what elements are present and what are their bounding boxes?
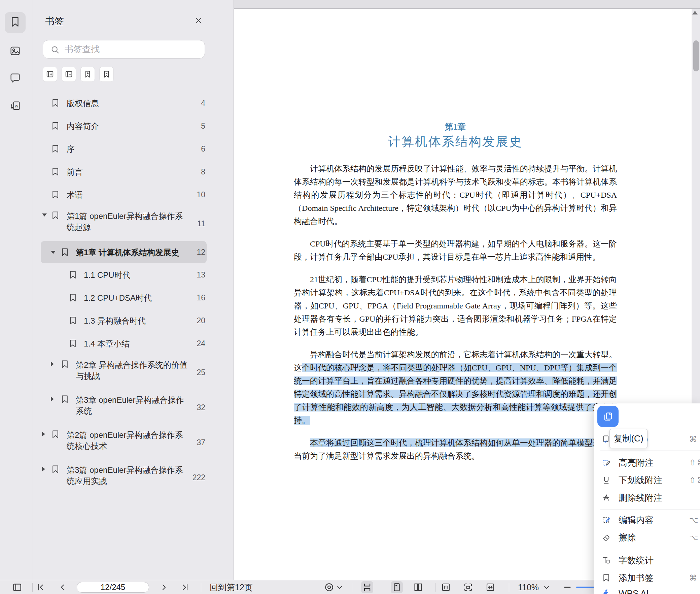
eye-icon — [324, 582, 335, 593]
chevron-collapsed-icon[interactable] — [42, 432, 45, 436]
thumbnails-panel-button[interactable] — [5, 41, 26, 62]
chapter-number: 第1章 — [294, 122, 617, 132]
bookmark-item[interactable]: 版权信息4 — [33, 92, 234, 114]
bookmark-item[interactable]: 1.4 本章小结24 — [33, 332, 234, 355]
bookmark-item[interactable]: 1.1 CPU时代13 — [33, 263, 234, 286]
fit-page-button[interactable] — [441, 582, 451, 592]
bookmark-icon — [68, 270, 77, 279]
bookmark-icon — [51, 465, 60, 474]
first-page-icon — [36, 583, 46, 592]
read-mode-button[interactable] — [324, 582, 343, 593]
scroll-up-arrow-icon[interactable] — [692, 11, 698, 14]
wps-ai-icon — [602, 589, 611, 594]
bookmark-icon — [60, 360, 69, 369]
edit-content-icon — [602, 516, 611, 525]
fit-width-icon — [485, 582, 495, 592]
add-bookmark-icon — [83, 70, 92, 78]
bookmark-item[interactable]: 第2篇 openEuler异构融合操作系统核心技术37 — [33, 425, 234, 460]
quick-copy-button[interactable] — [597, 406, 619, 427]
zoom-level-label[interactable]: 110% — [518, 582, 539, 592]
expand-all-button[interactable] — [43, 67, 57, 82]
menu-item-word-count[interactable]: 字数统计 — [594, 552, 700, 569]
divider — [509, 583, 509, 592]
close-panel-button[interactable] — [194, 15, 204, 26]
panel-title: 书签 — [45, 15, 64, 28]
bookmark-item[interactable]: 第2章 异构融合操作系统的价值与挑战25 — [33, 355, 234, 390]
chevron-expanded-icon[interactable] — [42, 213, 47, 217]
selected-text: 个时代的核心理念是，将不同类型的处理器（如CPU、GPU、NPU、DPU等）集成… — [294, 363, 617, 425]
divider — [385, 583, 385, 592]
chevron-collapsed-icon[interactable] — [51, 362, 54, 366]
svg-text:W: W — [15, 104, 19, 108]
paragraph: CPU时代的系统主要基于单一类型的处理器构建，如早期的个人电脑和服务器。这一阶段… — [294, 237, 617, 264]
back-to-page-button[interactable]: 回到第12页 — [210, 582, 253, 593]
page-number-input[interactable]: 12/245 — [77, 582, 149, 593]
add-bookmark-button[interactable] — [80, 67, 95, 82]
highlight-annotation-icon — [602, 458, 611, 467]
export-word-button[interactable]: W — [5, 96, 26, 117]
menu-item-strikethrough-annotation[interactable]: 删除线附注 — [594, 489, 700, 506]
paragraph: 21世纪初，随着CPU性能的提升受到芯片物理特性和制造成本上的限制，业界开始转向… — [294, 273, 617, 339]
page-content: 第1章 计算机体系结构发展史 计算机体系结构的发展历程反映了计算性能、效率与灵活… — [294, 122, 617, 472]
zoom-out-button[interactable] — [563, 583, 572, 592]
comments-panel-button[interactable] — [5, 69, 26, 90]
chevron-right-icon — [159, 583, 169, 592]
chevron-collapsed-icon[interactable] — [51, 397, 54, 401]
menu-item-wps-ai[interactable]: WPS AI — [594, 585, 700, 594]
bookmark-item[interactable]: 术语10 — [33, 183, 234, 206]
add-bookmark-icon — [602, 573, 611, 583]
fit-width-button[interactable] — [485, 582, 495, 592]
menu-item-underline-annotation[interactable]: 下划线附注 ⇧⌘ — [594, 471, 700, 489]
two-page-button[interactable] — [413, 582, 423, 592]
bookmark-icon — [9, 16, 21, 29]
first-page-button[interactable] — [36, 583, 46, 592]
collapse-all-icon — [65, 70, 73, 78]
bookmarks-panel-button[interactable] — [5, 12, 26, 33]
last-page-button[interactable] — [180, 583, 189, 592]
bookmark-item[interactable]: 1.3 异构融合时代20 — [33, 309, 234, 332]
copy-tooltip[interactable]: 复制(C) — [609, 429, 648, 448]
last-page-icon — [180, 583, 189, 592]
zoom-dropdown-button[interactable] — [544, 584, 550, 590]
collapse-all-button[interactable] — [62, 67, 76, 82]
search-icon — [50, 45, 60, 55]
prev-page-button[interactable] — [58, 583, 67, 592]
bookmark-icon — [51, 122, 60, 131]
word-count-icon — [602, 556, 611, 565]
comment-icon — [9, 72, 21, 86]
search-input[interactable] — [64, 42, 199, 56]
bookmark-item[interactable]: 序6 — [33, 137, 234, 160]
fit-screen-button[interactable] — [463, 582, 473, 592]
bookmark-item[interactable]: 前言8 — [33, 160, 234, 183]
panel-toggle-button[interactable] — [12, 582, 22, 592]
divider — [353, 583, 353, 592]
paragraph: 计算机体系结构的发展历程反映了计算性能、效率与灵活性的持续提升与平衡。计算机体系… — [294, 162, 617, 228]
chevron-collapsed-icon[interactable] — [42, 467, 45, 471]
menu-item-highlight-annotation[interactable]: 高亮附注 ⇧⌘ — [594, 454, 700, 471]
bookmark-item[interactable]: 第3篇 openEuler异构融合操作系统应用实践222 — [33, 460, 234, 495]
fit-screen-icon — [463, 582, 473, 592]
bookmarks-sidebar: 书签 版权信息4 内容简介5 序6 前言8 术语10 第1篇 — [33, 0, 234, 580]
bookmark-item-selected[interactable]: 第1章 计算机体系结构发展史12 — [33, 241, 234, 263]
remove-bookmark-button[interactable] — [99, 67, 114, 82]
bookmark-icon — [60, 395, 69, 404]
single-page-button[interactable] — [392, 582, 402, 592]
document-top-margin — [234, 0, 700, 9]
bookmark-search-box[interactable] — [43, 40, 205, 59]
menu-item-add-bookmark[interactable]: 添加书签 ⌘ — [594, 569, 700, 587]
divider — [600, 549, 700, 549]
bookmark-item[interactable]: 内容简介5 — [33, 114, 234, 137]
menu-item-erase[interactable]: 擦除 ⌥ — [594, 529, 700, 546]
next-page-button[interactable] — [159, 583, 169, 592]
bookmark-item[interactable]: 第3章 openEuler异构融合操作系统32 — [33, 390, 234, 425]
paragraph: 本章将通过回顾这三个时代，梳理计算机体系结构如何从单一处理器的简单模型进化到当前… — [294, 436, 617, 463]
chevron-expanded-icon[interactable] — [51, 251, 56, 254]
chevron-down-icon — [544, 584, 550, 590]
bookmark-item[interactable]: 1.2 CPU+DSA时代16 — [33, 286, 234, 309]
bookmark-item[interactable]: 第1篇 openEuler异构融合操作系统起源11 — [33, 206, 234, 241]
menu-item-edit-content[interactable]: 编辑内容 ⌥ — [594, 511, 700, 529]
continuous-scroll-button[interactable] — [362, 582, 372, 592]
scrollbar-thumb[interactable] — [693, 40, 699, 71]
selected-text: 本章将通过回顾这三个时代，梳理计算机体系结构如何从单一处理器的简单模型进化到 — [310, 438, 617, 447]
single-page-icon — [392, 582, 402, 592]
